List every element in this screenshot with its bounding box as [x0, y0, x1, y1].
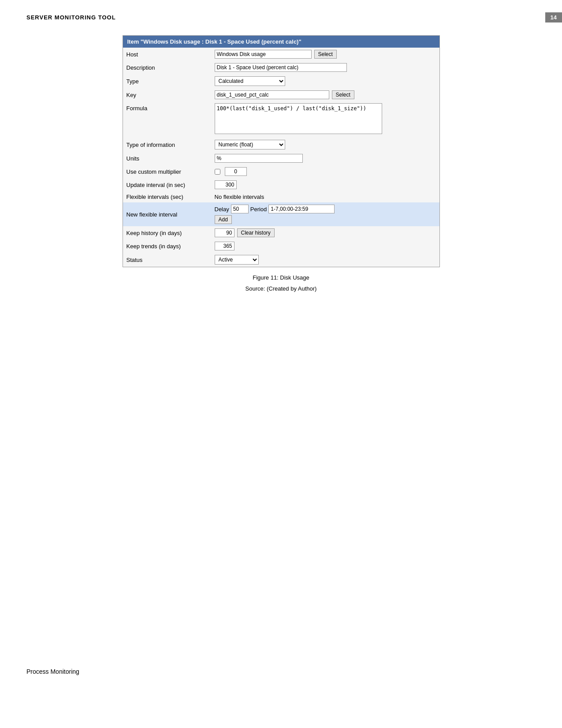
delay-input[interactable] — [231, 205, 249, 213]
section-label: Process Monitoring — [26, 668, 79, 675]
flexible-row: Flexible intervals (sec) No flexible int… — [123, 191, 439, 202]
key-label: Key — [123, 88, 211, 101]
host-label: Host — [123, 48, 211, 61]
source-caption: Source: (Created by Author) — [26, 285, 536, 292]
trends-input[interactable] — [215, 242, 234, 250]
description-input[interactable] — [215, 63, 347, 72]
flexible-label: Flexible intervals (sec) — [123, 191, 211, 202]
formula-label: Formula — [123, 101, 211, 138]
status-label: Status — [123, 253, 211, 267]
interval-label: Update interval (in sec) — [123, 178, 211, 191]
history-field-row: Clear history — [215, 228, 436, 237]
flexible-delay-row: Delay Period — [215, 205, 436, 213]
clear-history-button[interactable]: Clear history — [237, 228, 275, 237]
interval-input[interactable] — [215, 180, 237, 189]
page-title: SERVER MONITORING TOOL — [26, 14, 116, 21]
figure-caption: Figure 11: Disk Usage — [26, 274, 536, 281]
units-label: Units — [123, 152, 211, 165]
type-row: Type Calculated — [123, 74, 439, 88]
key-select-button[interactable]: Select — [332, 90, 354, 99]
units-row: Units — [123, 152, 439, 165]
flexible-value: No flexible intervals — [211, 191, 439, 202]
host-field-row: Select — [215, 50, 436, 59]
status-row: Status Active — [123, 253, 439, 267]
multiplier-row: Use custom multiplier — [123, 165, 439, 178]
history-input[interactable] — [215, 228, 234, 237]
key-input[interactable] — [215, 90, 329, 99]
history-label: Keep history (in days) — [123, 226, 211, 239]
host-row: Host Select — [123, 48, 439, 61]
description-label: Description — [123, 61, 211, 74]
multiplier-label: Use custom multiplier — [123, 165, 211, 178]
status-select[interactable]: Active — [215, 255, 259, 265]
type-info-label: Type of information — [123, 138, 211, 152]
trends-label: Keep trends (in days) — [123, 239, 211, 253]
period-label-text: Period — [250, 206, 267, 213]
history-row: Keep history (in days) Clear history — [123, 226, 439, 239]
new-flexible-label: New flexible interval — [123, 202, 211, 226]
multiplier-input[interactable] — [225, 167, 247, 176]
type-label: Type — [123, 74, 211, 88]
units-input[interactable] — [215, 154, 303, 163]
form-table: Host Select Description Type — [123, 48, 439, 267]
formula-textarea[interactable]: 100*(last("disk_1_used") / last("disk_1_… — [215, 103, 382, 134]
description-row: Description — [123, 61, 439, 74]
host-select-button[interactable]: Select — [314, 50, 337, 59]
interval-row: Update interval (in sec) — [123, 178, 439, 191]
new-flexible-row: New flexible interval Delay Period Add — [123, 202, 439, 226]
period-input[interactable] — [268, 205, 335, 213]
add-button[interactable]: Add — [215, 215, 232, 224]
type-info-row: Type of information Numeric (float) — [123, 138, 439, 152]
key-field-row: Select — [215, 90, 436, 99]
multiplier-checkbox[interactable] — [215, 169, 220, 175]
host-input[interactable] — [215, 50, 312, 59]
trends-row: Keep trends (in days) — [123, 239, 439, 253]
page-number: 14 — [545, 12, 562, 22]
key-row: Key Select — [123, 88, 439, 101]
delay-label-text: Delay — [215, 206, 229, 213]
dialog-title: Item "Windows Disk usage : Disk 1 - Spac… — [123, 36, 439, 48]
type-select[interactable]: Calculated — [215, 76, 285, 86]
new-flexible-fields: Delay Period Add — [215, 205, 436, 224]
multiplier-field-row — [215, 167, 436, 176]
dialog-box: Item "Windows Disk usage : Disk 1 - Spac… — [123, 35, 440, 267]
type-info-select[interactable]: Numeric (float) — [215, 140, 285, 149]
formula-row: Formula 100*(last("disk_1_used") / last(… — [123, 101, 439, 138]
